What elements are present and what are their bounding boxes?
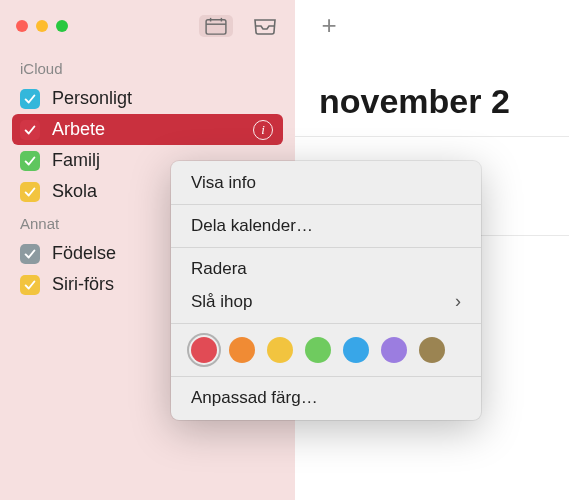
zoom-window-button[interactable]	[56, 20, 68, 32]
calendar-label: Arbete	[52, 119, 105, 140]
calendar-item[interactable]: Arbetei	[12, 114, 283, 145]
add-event-button[interactable]: +	[315, 12, 343, 40]
calendar-item[interactable]: Personligt	[0, 83, 295, 114]
color-picker-row	[171, 329, 481, 371]
color-swatch-orange[interactable]	[229, 337, 255, 363]
context-menu: Visa info Dela kalender… Radera Slå ihop…	[171, 161, 481, 420]
menu-share-calendar[interactable]: Dela kalender…	[171, 210, 481, 242]
calendar-checkbox[interactable]	[20, 244, 40, 264]
menu-merge[interactable]: Slå ihop ›	[171, 285, 481, 318]
info-icon[interactable]: i	[253, 120, 273, 140]
calendar-label: Skola	[52, 181, 97, 202]
menu-delete[interactable]: Radera	[171, 253, 481, 285]
color-swatch-brown[interactable]	[419, 337, 445, 363]
calendar-label: Personligt	[52, 88, 132, 109]
svg-rect-0	[206, 20, 226, 34]
minimize-window-button[interactable]	[36, 20, 48, 32]
menu-label: Dela kalender…	[191, 216, 313, 236]
calendar-label: Familj	[52, 150, 100, 171]
window-controls	[16, 20, 68, 32]
calendar-label: Siri-förs	[52, 274, 114, 295]
menu-custom-color[interactable]: Anpassad färg…	[171, 382, 481, 414]
calendar-label: Födelse	[52, 243, 116, 264]
inbox-icon[interactable]	[251, 15, 279, 37]
calendar-checkbox[interactable]	[20, 89, 40, 109]
menu-show-info[interactable]: Visa info	[171, 167, 481, 199]
chevron-right-icon: ›	[455, 291, 461, 312]
menu-label: Radera	[191, 259, 247, 279]
app-window: iCloudPersonligtArbeteiFamiljSkolaAnnatF…	[0, 0, 569, 500]
sidebar-section-header: iCloud	[0, 52, 295, 83]
color-swatch-purple[interactable]	[381, 337, 407, 363]
menu-separator	[171, 323, 481, 324]
color-swatch-green[interactable]	[305, 337, 331, 363]
color-swatch-blue[interactable]	[343, 337, 369, 363]
divider	[295, 136, 569, 137]
menu-label: Visa info	[191, 173, 256, 193]
menu-separator	[171, 204, 481, 205]
main-toolbar: +	[295, 0, 569, 52]
menu-label: Anpassad färg…	[191, 388, 318, 408]
close-window-button[interactable]	[16, 20, 28, 32]
menu-separator	[171, 376, 481, 377]
color-swatch-red[interactable]	[191, 337, 217, 363]
menu-separator	[171, 247, 481, 248]
calendar-checkbox[interactable]	[20, 182, 40, 202]
menu-label: Slå ihop	[191, 292, 252, 312]
month-title: november 2	[319, 82, 510, 121]
color-swatch-yellow[interactable]	[267, 337, 293, 363]
calendar-checkbox[interactable]	[20, 120, 40, 140]
calendar-checkbox[interactable]	[20, 275, 40, 295]
calendar-checkbox[interactable]	[20, 151, 40, 171]
calendar-view-icon[interactable]	[199, 15, 233, 37]
titlebar	[0, 0, 295, 52]
